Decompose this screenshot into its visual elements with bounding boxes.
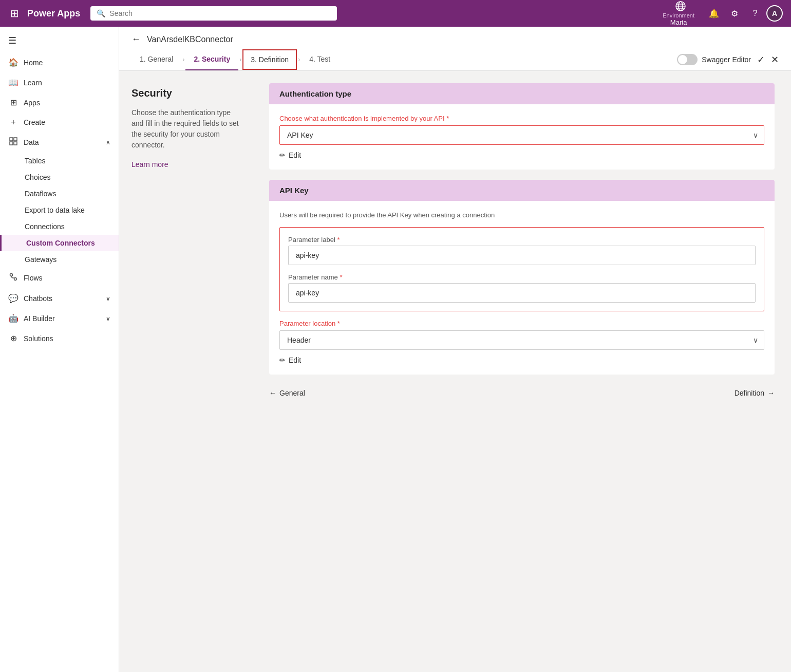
parameter-label-input[interactable] (288, 246, 756, 265)
tab-security-label: 2. Security (194, 55, 230, 63)
flows-icon (8, 273, 18, 283)
tab-general[interactable]: 1. General (131, 49, 181, 70)
sidebar-item-custom-connectors[interactable]: Custom Connectors (0, 235, 119, 251)
footer-back-button[interactable]: ← General (269, 389, 305, 397)
sidebar-item-ai-builder[interactable]: 🤖 AI Builder ∨ (0, 308, 119, 328)
edit-pencil-icon: ✏ (279, 151, 286, 159)
sidebar-item-label: Data (24, 138, 39, 146)
waffle-icon[interactable]: ⊞ (8, 5, 21, 22)
parameter-label-group: Parameter label * (288, 236, 756, 265)
sidebar-item-export[interactable]: Export to data lake (0, 202, 119, 218)
tab-test[interactable]: 4. Test (301, 49, 338, 70)
sidebar-item-create[interactable]: + Create (0, 113, 119, 132)
notifications-button[interactable]: 🔔 (705, 4, 723, 23)
main-content: ← VanArsdelKBConnector 1. General › 2. S… (119, 27, 791, 672)
footer-back-label: General (279, 389, 305, 397)
svg-point-9 (10, 274, 13, 276)
globe-icon (675, 1, 686, 11)
brand-name: Power Apps (27, 8, 80, 19)
close-button[interactable]: ✕ (771, 54, 779, 65)
check-button[interactable]: ✓ (757, 54, 765, 65)
api-key-edit-button[interactable]: ✏ Edit (279, 356, 301, 364)
sidebar-item-chatbots[interactable]: 💬 Chatbots ∨ (0, 288, 119, 308)
sidebar-item-home[interactable]: 🏠 Home (0, 52, 119, 72)
chevron-down-icon: ∨ (106, 315, 110, 322)
sidebar-item-label: Chatbots (24, 294, 52, 303)
sidebar-item-label: Solutions (24, 334, 53, 343)
api-key-card: API Key Users will be required to provid… (269, 180, 775, 375)
right-panel: Authentication type Choose what authenti… (253, 71, 791, 672)
home-icon: 🏠 (8, 58, 18, 67)
api-key-body: Users will be required to provide the AP… (269, 201, 775, 375)
environment-selector[interactable]: Environment Maria (658, 0, 703, 28)
sidebar-item-choices[interactable]: Choices (0, 169, 119, 185)
tab-arrow-1: › (182, 56, 184, 63)
tab-general-label: 1. General (140, 55, 173, 63)
svg-rect-8 (14, 142, 17, 145)
footer-back-icon: ← (269, 389, 276, 397)
sidebar-item-flows[interactable]: Flows (0, 268, 119, 288)
learn-icon: 📖 (8, 78, 18, 87)
wizard-tabs: 1. General › 2. Security › 3. Definition… (131, 49, 338, 70)
chatbots-icon: 💬 (8, 293, 18, 303)
wizard-title: VanArsdelKBConnector (147, 35, 233, 44)
chevron-up-icon: ∧ (106, 139, 110, 146)
back-button[interactable]: ← (131, 34, 141, 45)
swagger-label: Swagger Editor (702, 55, 751, 64)
help-button[interactable]: ? (746, 4, 764, 23)
tab-test-label: 4. Test (309, 55, 330, 63)
sidebar-item-tables[interactable]: Tables (0, 153, 119, 169)
search-icon: 🔍 (97, 9, 105, 17)
search-box[interactable]: 🔍 (90, 6, 337, 21)
tab-definition-label: 3. Definition (251, 55, 289, 64)
hamburger-menu[interactable]: ☰ (0, 31, 119, 50)
swagger-toggle-switch[interactable] (677, 54, 698, 65)
svg-rect-6 (14, 138, 17, 141)
ai-builder-icon: 🤖 (8, 313, 18, 323)
settings-button[interactable]: ⚙ (725, 4, 744, 23)
sidebar: ☰ 🏠 Home 📖 Learn ⊞ Apps + Create Data ∧ … (0, 27, 119, 672)
create-icon: + (8, 118, 18, 127)
parameter-name-input[interactable] (288, 283, 756, 303)
auth-type-select[interactable]: API Key No authentication Basic authenti… (279, 125, 764, 145)
sidebar-item-connections[interactable]: Connections (0, 218, 119, 235)
footer-forward-button[interactable]: Definition → (734, 389, 775, 397)
edit-label: Edit (289, 151, 301, 159)
avatar[interactable]: A (766, 5, 783, 22)
wizard-header: ← VanArsdelKBConnector 1. General › 2. S… (119, 27, 791, 71)
learn-more-link[interactable]: Learn more (131, 160, 168, 169)
param-label-label: Parameter label * (288, 236, 756, 244)
svg-rect-7 (10, 142, 13, 145)
param-location-select-wrapper: Header Query ∨ (279, 330, 764, 350)
section-description: Choose the authentication type and fill … (131, 107, 240, 151)
param-location-select[interactable]: Header Query (279, 330, 764, 350)
sidebar-item-solutions[interactable]: ⊕ Solutions (0, 328, 119, 348)
tab-security[interactable]: 2. Security (185, 49, 238, 70)
sidebar-item-apps[interactable]: ⊞ Apps (0, 92, 119, 113)
environment-info: Environment Maria (663, 12, 694, 26)
search-input[interactable] (109, 9, 331, 17)
apps-icon: ⊞ (8, 98, 18, 107)
sidebar-item-gateways[interactable]: Gateways (0, 251, 119, 268)
section-title: Security (131, 87, 240, 99)
swagger-toggle: Swagger Editor (677, 54, 751, 65)
sidebar-item-learn[interactable]: 📖 Learn (0, 72, 119, 92)
auth-type-select-wrapper: API Key No authentication Basic authenti… (279, 125, 764, 145)
sidebar-item-label: Learn (24, 79, 42, 87)
sidebar-item-label: AI Builder (24, 314, 55, 323)
api-key-fields: Parameter label * Parameter name * (279, 227, 764, 311)
wizard-right-actions: Swagger Editor ✓ ✕ (677, 54, 779, 65)
param-name-label: Parameter name * (288, 273, 756, 281)
parameter-name-group: Parameter name * (288, 273, 756, 303)
sidebar-item-dataflows[interactable]: Dataflows (0, 185, 119, 202)
tab-definition[interactable]: 3. Definition (242, 49, 297, 70)
auth-edit-button[interactable]: ✏ Edit (279, 151, 301, 159)
param-location-label: Parameter location * (279, 320, 764, 327)
sidebar-item-data[interactable]: Data ∧ (0, 132, 119, 153)
data-icon (8, 137, 18, 147)
footer-forward-label: Definition (734, 389, 764, 397)
sidebar-item-label: Flows (24, 274, 43, 282)
svg-rect-5 (10, 138, 13, 141)
left-panel: Security Choose the authentication type … (119, 71, 253, 672)
tab-arrow-2: › (239, 56, 241, 63)
